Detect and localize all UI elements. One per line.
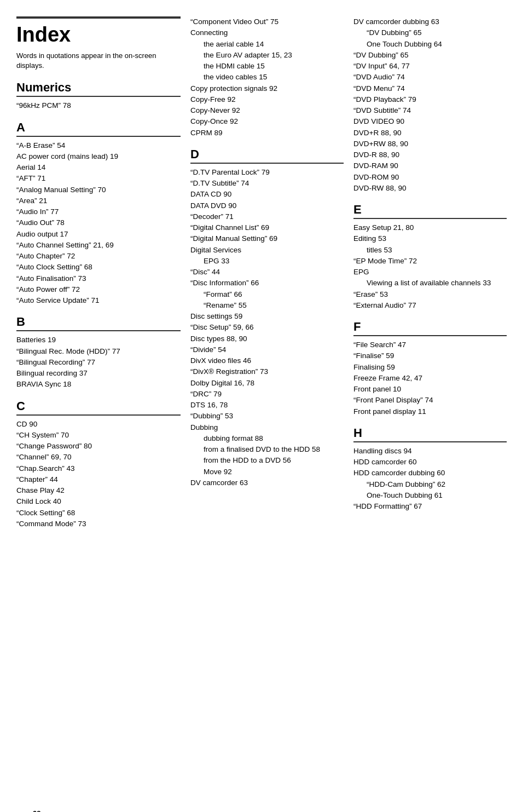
list-item: Chase Play 42 <box>16 485 181 496</box>
list-item: “Area” 21 <box>16 195 181 206</box>
list-item: Disc settings 59 <box>190 311 344 322</box>
list-item: DV camcorder dubbing 63 <box>353 16 507 27</box>
list-item: “Channel” 69, 70 <box>16 452 181 463</box>
section-numerics: Numerics <box>16 80 181 97</box>
list-item: the Euro AV adapter 15, 23 <box>190 50 344 61</box>
list-item: DVD+R 88, 90 <box>353 128 507 139</box>
list-item: “DVD Menu” 74 <box>353 83 507 94</box>
list-item: “A-B Erase” 54 <box>16 140 181 151</box>
list-item: HDD camcorder 60 <box>353 457 507 468</box>
list-item: “Disc” 44 <box>190 267 344 278</box>
list-item: from the HDD to a DVD 56 <box>190 455 344 466</box>
list-item: DVD-R 88, 90 <box>353 149 507 160</box>
list-item: Front panel display 11 <box>353 406 507 417</box>
list-item: One Touch Dubbing 64 <box>353 39 507 50</box>
list-item: Copy-Free 92 <box>190 94 344 105</box>
list-item: DATA CD 90 <box>190 189 344 200</box>
list-item: “File Search” 47 <box>353 339 507 350</box>
list-item: the video cables 15 <box>190 72 344 83</box>
intro-text: Words in quotations appear in the on-scr… <box>16 51 181 71</box>
list-item: “DivX® Registration” 73 <box>190 366 344 377</box>
page-wrapper: Index Words in quotations appear in the … <box>16 16 506 812</box>
list-item: DivX video files 46 <box>190 355 344 366</box>
list-item: Move 92 <box>190 467 344 477</box>
list-item: Disc types 88, 90 <box>190 333 344 344</box>
list-item: DVD-RAM 90 <box>353 160 507 171</box>
section-d: D <box>190 147 344 164</box>
list-item: Copy-Never 92 <box>190 105 344 116</box>
list-item: CPRM 89 <box>190 128 344 139</box>
list-item: “Analog Manual Setting” 70 <box>16 185 181 195</box>
list-item: Dubbing <box>190 422 344 433</box>
section-c: C <box>16 399 181 416</box>
list-item: “Auto Channel Setting” 21, 69 <box>16 240 181 251</box>
list-item: “EP Mode Time” 72 <box>353 256 507 267</box>
list-item: “D.TV Subtitle” 74 <box>190 178 344 189</box>
list-item: “D.TV Parental Lock” 79 <box>190 167 344 178</box>
page-number: 98 <box>33 809 40 812</box>
list-item: “Finalise” 59 <box>353 350 507 361</box>
list-item: DVD VIDEO 90 <box>353 116 507 127</box>
section-h: H <box>353 426 507 442</box>
list-item: “External Audio” 77 <box>353 300 507 311</box>
list-item: “Chapter” 44 <box>16 474 181 485</box>
column-1: Index Words in quotations appear in the … <box>16 16 181 529</box>
list-item: “Auto Power off” 72 <box>16 284 181 295</box>
list-item: DTS 16, 78 <box>190 400 344 411</box>
list-item: “CH System” 70 <box>16 430 181 441</box>
list-item: “Auto Chapter” 72 <box>16 251 181 262</box>
list-item: “Divide” 54 <box>190 344 344 355</box>
list-item: Freeze Frame 42, 47 <box>353 373 507 384</box>
list-item: “Rename” 55 <box>190 300 344 311</box>
list-item: One-Touch Dubbing 61 <box>353 490 507 501</box>
list-item: Dolby Digital 16, 78 <box>190 378 344 389</box>
list-item: “Auto Service Update” 71 <box>16 295 181 306</box>
list-item: “Audio In” 77 <box>16 206 181 217</box>
list-item: “Dubbing” 53 <box>190 411 344 422</box>
list-item: “DV Dubbing” 65 <box>353 50 507 61</box>
list-item: “Format” 66 <box>190 289 344 300</box>
list-item: “HDD Formatting” 67 <box>353 501 507 512</box>
list-item: Handling discs 94 <box>353 446 507 457</box>
list-item: HDD camcorder dubbing 60 <box>353 468 507 479</box>
list-item: “HDD-Cam Dubbing” 62 <box>353 479 507 490</box>
list-item: BRAVIA Sync 18 <box>16 379 181 390</box>
list-item: “Disc Information” 66 <box>190 278 344 289</box>
list-item: “Front Panel Display” 74 <box>353 395 507 406</box>
list-item: “Audio Out” 78 <box>16 217 181 228</box>
list-item: “Digital Channel List” 69 <box>190 222 344 233</box>
list-item: dubbing format 88 <box>190 433 344 444</box>
list-item: “Change Password” 80 <box>16 441 181 452</box>
list-item: Batteries 19 <box>16 335 181 345</box>
list-item: DVD-ROM 90 <box>353 172 507 183</box>
list-item: DATA DVD 90 <box>190 200 344 211</box>
list-item: Easy Setup 21, 80 <box>353 222 507 233</box>
list-item: Audio output 17 <box>16 229 181 240</box>
list-item: “Bilingual Rec. Mode (HDD)” 77 <box>16 346 181 357</box>
section-b: B <box>16 315 181 331</box>
list-item: Finalising 59 <box>353 362 507 373</box>
index-title: Index <box>16 16 181 47</box>
column-2: “Component Video Out” 75 Connecting the … <box>190 16 344 488</box>
list-item: Copy protection signals 92 <box>190 83 344 94</box>
list-item: titles 53 <box>353 245 507 256</box>
list-item: Front panel 10 <box>353 384 507 395</box>
list-item: Editing 53 <box>353 233 507 244</box>
list-item: “Decoder” 71 <box>190 211 344 222</box>
list-item: “DV Input” 64, 77 <box>353 61 507 72</box>
list-item: “Digital Manual Setting” 69 <box>190 233 344 244</box>
list-item: Connecting <box>190 27 344 38</box>
column-3: DV camcorder dubbing 63 “DV Dubbing” 65 … <box>353 16 507 512</box>
section-e: E <box>353 203 507 219</box>
list-item: “Command Mode” 73 <box>16 519 181 529</box>
list-item: Copy-Once 92 <box>190 116 344 127</box>
list-item: Aerial 14 <box>16 162 181 173</box>
list-item: Child Lock 40 <box>16 496 181 507</box>
list-item: “DVD Playback” 79 <box>353 94 507 105</box>
list-item: the HDMI cable 15 <box>190 61 344 72</box>
list-item: Viewing a list of available channels 33 <box>353 278 507 289</box>
page-layout: Index Words in quotations appear in the … <box>16 16 506 529</box>
list-item: “DVD Subtitle” 74 <box>353 105 507 116</box>
list-item: “Chap.Search” 43 <box>16 463 181 474</box>
list-item: Bilingual recording 37 <box>16 368 181 379</box>
